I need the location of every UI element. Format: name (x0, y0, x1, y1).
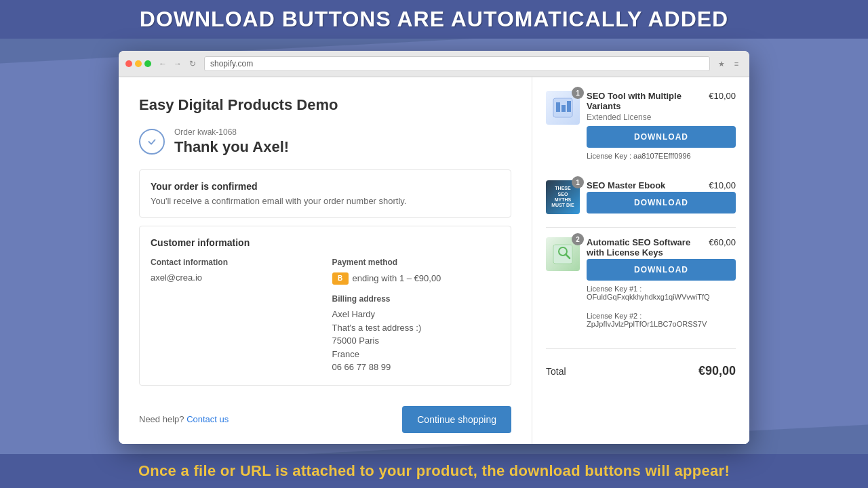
item-3-badge: 2 (572, 233, 584, 245)
contact-email: axel@crea.io (151, 271, 319, 285)
payment-ending: ending with 1 – €90,00 (353, 272, 441, 285)
item-1-license-key: License Key : aa8107EEfff0996 (587, 152, 736, 160)
total-divider (546, 348, 736, 349)
seo-software-icon (551, 242, 575, 266)
item-2-price: €10,00 (709, 180, 736, 190)
browser-nav: ← → ↻ (157, 58, 199, 70)
total-amount: €90,00 (698, 364, 736, 378)
seo-tool-icon (551, 96, 575, 120)
item-1-details: SEO Tool with Multiple Variants Extended… (587, 91, 736, 171)
item-3-img-wrap: 2 (546, 237, 580, 271)
item-1-name: SEO Tool with Multiple Variants (587, 91, 709, 111)
order-item-1: 1 SEO Tool with Multiple Variants Extend… (546, 91, 736, 171)
item-2-badge: 1 (572, 176, 584, 188)
footer-row: Need help? Contact us Continue shopping (139, 399, 511, 433)
item-3-name: Automatic SEO Software with License Keys (587, 237, 709, 258)
dot-minimize[interactable] (135, 60, 142, 67)
menu-icon[interactable]: ≡ (730, 58, 743, 70)
browser-content: Easy Digital Products Demo Order kwak-10… (119, 77, 749, 444)
svg-rect-3 (567, 101, 571, 112)
billing-addr1: That's a test address :) (332, 321, 500, 335)
bottom-banner-text: Once a file or URL is attached to your p… (138, 462, 730, 479)
customer-cols: Contact information axel@crea.io Payment… (151, 258, 500, 374)
item-3-download-button[interactable]: DOWNLOAD (587, 259, 736, 281)
billing-name: Axel Hardy (332, 308, 500, 321)
item-1-name-variant: SEO Tool with Multiple Variants Extended… (587, 91, 709, 126)
browser-actions: ★ ≡ (715, 58, 743, 70)
item-2-top-row: SEO Master Ebook €10,00 (587, 180, 736, 192)
order-header: Order kwak-1068 Thank you Axel! (139, 127, 511, 156)
book-text: THESE SEO MYTHS MUST DIE (549, 184, 577, 210)
order-item-3: 2 Automatic SEO Software with License Ke… (546, 237, 736, 339)
svg-rect-2 (561, 105, 566, 112)
item-3-details: Automatic SEO Software with License Keys… (587, 237, 736, 339)
item-1-top-row: SEO Tool with Multiple Variants Extended… (587, 91, 736, 126)
store-title: Easy Digital Products Demo (139, 96, 511, 114)
item-3-license-key-2: License Key #2 : ZpJpfIvJvlzPplTfOr1LBC7… (587, 312, 736, 328)
checkmark-circle (139, 129, 165, 155)
billing-label: Billing address (332, 294, 500, 304)
contact-link[interactable]: Contact us (186, 414, 229, 424)
item-2-img-wrap: THESE SEO MYTHS MUST DIE 1 (546, 180, 580, 214)
order-thank: Thank you Axel! (174, 138, 289, 156)
customer-info-box: Customer information Contact information… (139, 226, 511, 386)
bookmark-icon[interactable]: ★ (715, 58, 728, 70)
item-3-top-row: Automatic SEO Software with License Keys… (587, 237, 736, 259)
order-item-2: THESE SEO MYTHS MUST DIE 1 SEO Master Eb… (546, 180, 736, 218)
top-banner: DOWNLOAD BUTTONS ARE AUTOMATICALLY ADDED (0, 0, 868, 39)
dot-maximize[interactable] (144, 60, 151, 67)
payment-col: Payment method B ending with 1 – €90,00 … (332, 258, 500, 374)
top-banner-text: DOWNLOAD BUTTONS ARE AUTOMATICALLY ADDED (140, 7, 728, 31)
total-row: Total €90,00 (546, 359, 736, 378)
browser-window: ← → ↻ shopify.com ★ ≡ Easy Digital Produ… (119, 51, 749, 444)
browser-chrome: ← → ↻ shopify.com ★ ≡ (119, 51, 749, 77)
item-1-download-button[interactable]: DOWNLOAD (587, 126, 736, 148)
billing-phone: 06 66 77 88 99 (332, 361, 500, 374)
contact-label: Contact information (151, 258, 319, 267)
payment-icon: B (332, 272, 349, 285)
refresh-button[interactable]: ↻ (186, 58, 199, 70)
customer-info-title: Customer information (151, 237, 500, 248)
dot-close[interactable] (125, 60, 132, 67)
confirmed-title: Your order is confirmed (151, 181, 500, 192)
panel-divider (546, 227, 736, 228)
svg-rect-1 (556, 102, 560, 112)
item-1-img-wrap: 1 (546, 91, 580, 125)
contact-col: Contact information axel@crea.io (151, 258, 319, 374)
continue-shopping-button[interactable]: Continue shopping (402, 406, 511, 433)
item-2-name: SEO Master Ebook (587, 180, 665, 190)
need-help-text: Need help? Contact us (139, 414, 229, 424)
item-1-variant: Extended License (587, 113, 709, 122)
order-info: Order kwak-1068 Thank you Axel! (174, 127, 289, 156)
confirmed-text: You'll receive a confirmation email with… (151, 196, 500, 206)
order-confirmed-box: Your order is confirmed You'll receive a… (139, 169, 511, 218)
browser-dots (125, 60, 151, 67)
billing-section: Billing address Axel Hardy That's a test… (332, 294, 500, 374)
billing-city: 75000 Paris (332, 334, 500, 348)
item-2-download-button[interactable]: DOWNLOAD (587, 192, 736, 214)
payment-label: Payment method (332, 258, 500, 267)
total-label: Total (546, 366, 566, 377)
left-panel: Easy Digital Products Demo Order kwak-10… (119, 77, 532, 444)
billing-country: France (332, 348, 500, 361)
item-3-price: €60,00 (709, 237, 736, 247)
payment-badge: B ending with 1 – €90,00 (332, 272, 441, 285)
item-1-badge: 1 (572, 87, 584, 99)
right-panel: 1 SEO Tool with Multiple Variants Extend… (532, 77, 749, 444)
url-text: shopify.com (210, 59, 253, 68)
forward-button[interactable]: → (172, 58, 184, 70)
order-number: Order kwak-1068 (174, 127, 289, 137)
item-1-price: €10,00 (709, 91, 736, 101)
item-2-details: SEO Master Ebook €10,00 DOWNLOAD (587, 180, 736, 218)
item-3-license-key-1: License Key #1 : OFuldGqFxqkkhyhdkxg1qiW… (587, 285, 736, 301)
address-bar[interactable]: shopify.com (204, 56, 710, 71)
bottom-banner: Once a file or URL is attached to your p… (0, 454, 868, 488)
back-button[interactable]: ← (157, 58, 169, 70)
checkmark-icon (146, 136, 158, 148)
